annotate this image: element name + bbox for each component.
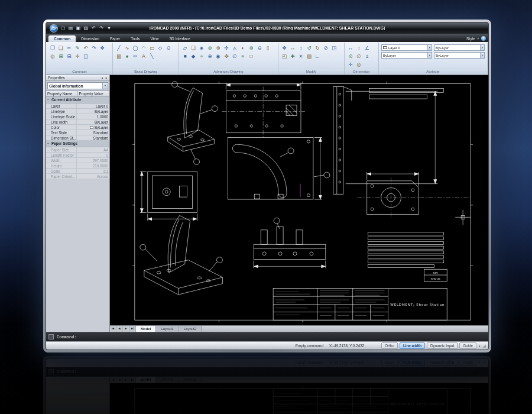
next-sheet-icon[interactable]: ▶ xyxy=(123,326,129,332)
new-file-icon[interactable]: ▢ xyxy=(60,25,66,32)
common-tool-icon[interactable]: ◎ xyxy=(48,52,57,60)
property-row[interactable]: Linetype Scale 1.0000 xyxy=(46,114,109,119)
advanced-tool-icon[interactable]: ◉ xyxy=(214,52,222,60)
qat-menu-icon[interactable]: ▾ xyxy=(106,25,112,32)
open-file-icon[interactable]: ▤ xyxy=(67,25,74,32)
redo-icon[interactable]: ↷ xyxy=(98,25,105,32)
collapse-icon[interactable]: − xyxy=(47,97,51,103)
ribbon-tab[interactable]: Common xyxy=(48,35,76,42)
modify-tool-icon[interactable]: ↺ xyxy=(305,44,313,52)
property-row[interactable]: Layer Layer 0 xyxy=(46,104,109,109)
advanced-tool-icon[interactable]: ⊛ xyxy=(214,44,222,52)
property-row[interactable]: Color ByLayer xyxy=(46,125,109,130)
modify-tool-icon[interactable]: ↕ xyxy=(297,44,305,52)
dimension-tool-icon[interactable]: ∅ xyxy=(355,52,363,60)
property-row[interactable]: Linetype ByLayer xyxy=(46,109,109,114)
modify-tool-icon[interactable]: ◳ xyxy=(330,44,338,52)
save-icon[interactable]: ▣ xyxy=(75,25,82,32)
advanced-tool-icon[interactable]: ✣ xyxy=(222,44,231,52)
drawing-canvas[interactable]: REV STATUS WELDMENT; Shear Station xyxy=(110,75,488,325)
close-icon[interactable]: ✕ xyxy=(105,76,108,80)
section-paper-settings[interactable]: −Paper Settings xyxy=(46,141,109,147)
dimension-tool-icon[interactable]: ⊙ xyxy=(346,52,355,60)
dimension-tool-icon[interactable]: ↔ xyxy=(346,44,355,52)
advanced-tool-icon[interactable]: ▯ xyxy=(264,44,272,52)
draw-tool-icon[interactable]: ◠ xyxy=(140,44,148,52)
advanced-tool-icon[interactable]: ✜ xyxy=(222,52,231,60)
command-line[interactable]: Command: xyxy=(46,332,488,341)
ribbon-tab[interactable]: Tools xyxy=(125,35,145,42)
first-sheet-icon[interactable]: |◀ xyxy=(110,326,116,332)
sheet-tab[interactable]: Layout1 xyxy=(156,326,179,332)
attribute-combo[interactable]: Layer 0 ▾ xyxy=(381,44,432,51)
draw-tool-icon[interactable]: ● xyxy=(123,52,131,60)
last-sheet-icon[interactable]: ▶| xyxy=(129,326,136,332)
common-tool-icon[interactable]: ⊞ xyxy=(57,52,65,60)
advanced-tool-icon[interactable]: ∅ xyxy=(231,52,239,60)
ribbon-tab[interactable]: Paper xyxy=(105,35,125,42)
attribute-combo[interactable]: ByLayer ▾ xyxy=(381,52,432,59)
dimension-tool-icon[interactable]: ± xyxy=(363,52,371,60)
advanced-tool-icon[interactable]: ❏ xyxy=(189,44,197,52)
modify-tool-icon[interactable]: ✥ xyxy=(280,44,288,52)
ribbon-tab[interactable]: Dimension xyxy=(76,35,105,42)
chevron-down-icon[interactable]: ▾ xyxy=(480,53,484,58)
advanced-tool-icon[interactable]: ◈ xyxy=(197,44,206,52)
common-tool-icon[interactable]: ◫ xyxy=(82,52,90,60)
advanced-tool-icon[interactable]: ◬ xyxy=(231,44,239,52)
common-tool-icon[interactable]: ✥ xyxy=(98,44,106,52)
attribute-combo[interactable]: ByLayer ▾ xyxy=(434,52,485,59)
ironcad-logo-icon[interactable] xyxy=(50,24,58,33)
modify-tool-icon[interactable]: ▧ xyxy=(305,52,313,60)
common-tool-icon[interactable]: ✛ xyxy=(73,52,82,60)
common-tool-icon[interactable]: ⊟ xyxy=(65,52,73,60)
common-tool-icon[interactable]: ✂ xyxy=(65,44,73,52)
advanced-tool-icon[interactable]: ⊖ xyxy=(255,44,264,52)
advanced-tool-icon[interactable]: ⊚ xyxy=(206,44,214,52)
common-tool-icon[interactable]: ✎ xyxy=(73,44,82,52)
chevron-down-icon[interactable]: ▾ xyxy=(102,83,108,89)
ribbon-tab[interactable]: 3D Interface xyxy=(164,35,195,42)
advanced-tool-icon[interactable]: ■ xyxy=(181,52,189,60)
modify-tool-icon[interactable]: ✕ xyxy=(297,52,305,60)
sheet-tab[interactable]: Model xyxy=(136,326,156,332)
modify-tool-icon[interactable]: ◰ xyxy=(280,52,288,60)
status-toggle[interactable]: Ortho xyxy=(381,342,398,349)
chevron-down-icon[interactable]: ▾ xyxy=(479,344,481,348)
collapse-icon[interactable]: − xyxy=(47,141,51,147)
draw-tool-icon[interactable]: ◯ xyxy=(131,44,140,52)
attribute-combo[interactable]: ByLayer ▾ xyxy=(434,44,485,51)
style-menu[interactable]: Style xyxy=(466,37,475,41)
advanced-tool-icon[interactable]: □ xyxy=(247,52,255,60)
chevron-down-icon[interactable]: ▾ xyxy=(427,45,432,50)
print-icon[interactable]: ▥ xyxy=(83,25,89,32)
undo-icon[interactable]: ↶ xyxy=(90,25,97,32)
draw-tool-icon[interactable]: ▨ xyxy=(115,52,123,60)
property-row[interactable]: Line width ByLayer xyxy=(46,119,109,125)
advanced-tool-icon[interactable]: ⊕ xyxy=(206,52,214,60)
section-current-attribute[interactable]: −Current Attribute xyxy=(46,97,109,104)
dimension-tool-icon[interactable]: ◎ xyxy=(355,60,363,69)
chevron-down-icon[interactable]: ▾ xyxy=(477,37,479,40)
title-bar[interactable]: IRONCAD 2009 (NFR) - [C:\0.IronCAD Files… xyxy=(46,22,488,34)
ribbon-tab[interactable]: View xyxy=(145,35,164,42)
chevron-down-icon[interactable]: ▾ xyxy=(480,45,484,50)
common-tool-icon[interactable]: ↷ xyxy=(90,44,98,52)
advanced-tool-icon[interactable]: ✧ xyxy=(197,52,206,60)
status-toggle[interactable]: Guide xyxy=(459,342,476,349)
draw-tool-icon[interactable]: A xyxy=(140,52,148,60)
pin-icon[interactable]: ▾ xyxy=(102,76,103,80)
common-tool-icon[interactable]: ❑ xyxy=(57,44,65,52)
chevron-down-icon[interactable]: ▾ xyxy=(427,53,432,58)
status-toggle[interactable]: Dynamic Input xyxy=(427,342,458,349)
draw-tool-icon[interactable]: ╲ xyxy=(148,52,156,60)
draw-tool-icon[interactable]: ∿ xyxy=(123,44,131,52)
modify-tool-icon[interactable]: ↻ xyxy=(313,44,322,52)
advanced-tool-icon[interactable]: ≡ xyxy=(239,52,247,60)
dimension-tool-icon[interactable]: ↕ xyxy=(355,44,363,52)
draw-tool-icon[interactable]: ╱ xyxy=(115,44,123,52)
dimension-tool-icon[interactable]: ✛ xyxy=(346,60,355,69)
resize-grip-icon[interactable]: ◢ xyxy=(483,344,486,348)
draw-tool-icon[interactable]: ✏ xyxy=(131,52,140,60)
advanced-tool-icon[interactable]: ▱ xyxy=(181,44,189,52)
